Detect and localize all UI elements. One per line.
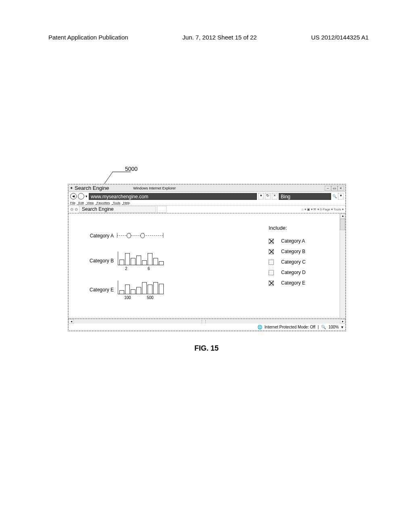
search-icon[interactable]: 🔍 xyxy=(332,194,337,198)
filter-label-e: Category E xyxy=(85,287,114,293)
reference-number: 5000 xyxy=(125,166,138,172)
checkbox-label-c: Category C xyxy=(281,259,306,265)
close-button[interactable]: × xyxy=(338,186,344,191)
browser-window: ✦ Search Engine Windows Internet Explore… xyxy=(68,184,346,331)
toolbar-text[interactable]: Page ▾ Tools ▾ xyxy=(323,208,344,211)
menu-bar: File Edit View Favorites Tools Help xyxy=(69,201,345,206)
include-heading: Include: xyxy=(269,225,341,231)
maximize-button[interactable]: ▭ xyxy=(331,186,338,191)
minimize-button[interactable]: – xyxy=(325,186,331,191)
dropdown-button[interactable]: ▾ xyxy=(258,193,264,200)
checkbox-e[interactable] xyxy=(269,281,274,286)
window-controls: – ▭ × xyxy=(325,186,344,191)
scroll-grip[interactable] xyxy=(202,320,206,323)
status-zoom[interactable]: 100% xyxy=(328,325,339,329)
page-icon: ✦ xyxy=(70,186,73,190)
slider-category-a[interactable] xyxy=(117,230,163,242)
new-tab-button[interactable] xyxy=(157,206,167,213)
bar-b-tick-1: 2 xyxy=(125,266,127,271)
include-item-e: Category E xyxy=(269,280,341,286)
url-input[interactable]: www.mysearchengine.com xyxy=(89,193,257,200)
filter-label-a: Category A xyxy=(85,233,114,239)
app-name: Windows Internet Explorer xyxy=(133,186,325,190)
bar-b-tick-2: 6 xyxy=(148,266,150,271)
leader-line xyxy=(104,172,131,185)
scroll-up-icon[interactable]: ▴ xyxy=(340,214,345,219)
title-bar: ✦ Search Engine Windows Internet Explore… xyxy=(69,185,345,192)
zoom-icon[interactable]: 🔍 xyxy=(321,325,326,329)
forward-button[interactable] xyxy=(78,193,84,200)
checkbox-label-e: Category E xyxy=(281,280,305,286)
figure-label: FIG. 15 xyxy=(0,344,413,353)
filter-row-a: Category A xyxy=(85,230,257,242)
menu-help[interactable]: Help xyxy=(123,201,130,205)
checkbox-label-a: Category A xyxy=(281,238,305,244)
search-dropdown[interactable]: ▾ xyxy=(338,193,344,200)
menu-file[interactable]: File xyxy=(70,201,75,205)
header-left: Patent Application Publication xyxy=(48,34,128,41)
status-bar: 🌐 Internet Protected Mode: Off | 🔍 100% … xyxy=(69,324,345,330)
header-center: Jun. 7, 2012 Sheet 15 of 22 xyxy=(182,34,257,41)
checkbox-a[interactable] xyxy=(269,239,274,244)
header-right: US 2012/0144325 A1 xyxy=(311,34,369,41)
checkbox-label-d: Category D xyxy=(281,270,306,275)
content-area: Category A Category B xyxy=(69,214,345,318)
feed-icon[interactable]: ▣ ▾ xyxy=(307,208,313,211)
back-button[interactable]: ◄ xyxy=(70,193,77,200)
status-divider: | xyxy=(318,325,319,329)
barchart-category-b[interactable]: 2 6 xyxy=(117,251,165,271)
bar-e-tick-2: 500 xyxy=(147,295,154,300)
favorites-icon[interactable]: ✩ xyxy=(70,207,73,212)
tab-label: Search Engine xyxy=(82,206,114,212)
horizontal-scrollbar[interactable]: ◂ ▸ xyxy=(69,318,345,324)
filter-row-e: Category E 100 500 xyxy=(85,280,257,300)
search-input[interactable]: Bing xyxy=(279,193,331,200)
zoom-dropdown-icon[interactable]: ▾ xyxy=(341,325,343,329)
vertical-scrollbar[interactable]: ▴ xyxy=(340,214,345,318)
checkbox-d[interactable] xyxy=(269,270,274,275)
include-item-a: Category A xyxy=(269,238,341,244)
bar-e-tick-1: 100 xyxy=(124,295,131,300)
scroll-right-icon[interactable]: ▸ xyxy=(340,319,345,324)
add-favorites-icon[interactable]: ✩ xyxy=(75,207,78,212)
scroll-left-icon[interactable]: ◂ xyxy=(69,319,74,324)
barchart-category-e[interactable]: 100 500 xyxy=(117,280,165,300)
slider-handle-low[interactable] xyxy=(127,233,131,238)
stop-button[interactable]: × xyxy=(272,193,277,200)
checkbox-label-b: Category B xyxy=(281,249,305,254)
print-icon[interactable]: ⎙ xyxy=(320,208,322,211)
include-item-d: Category D xyxy=(269,270,341,275)
menu-edit[interactable]: Edit xyxy=(78,201,84,205)
menu-tools[interactable]: Tools xyxy=(113,201,121,205)
filter-row-b: Category B 2 6 xyxy=(85,251,257,271)
window-title: Search Engine xyxy=(75,185,109,191)
refresh-button[interactable]: ↻ xyxy=(265,193,271,200)
checkbox-c[interactable] xyxy=(269,260,274,265)
mail-icon[interactable]: ✉ ▾ xyxy=(313,208,319,211)
checkbox-b[interactable] xyxy=(269,249,274,254)
status-mode: Internet Protected Mode: Off xyxy=(265,325,315,329)
include-item-c: Category C xyxy=(269,259,341,265)
left-panel: Category A Category B xyxy=(69,214,265,318)
slider-handle-high[interactable] xyxy=(140,233,145,238)
filter-label-b: Category B xyxy=(85,258,114,264)
menu-view[interactable]: View xyxy=(87,201,94,205)
tab-active[interactable]: Search Engine xyxy=(79,206,156,213)
toolbar-right: ⌂ ▾ ▣ ▾ ✉ ▾ ⎙ Page ▾ Tools ▾ xyxy=(168,208,344,211)
right-panel: Include: Category A Category B Category … xyxy=(265,214,345,318)
tabs-bar: ✩ ✩ Search Engine ⌂ ▾ ▣ ▾ ✉ ▾ ⎙ Page ▾ T… xyxy=(69,206,345,214)
include-item-b: Category B xyxy=(269,249,341,254)
home-icon[interactable]: ⌂ ▾ xyxy=(302,208,306,211)
dropdown-icon[interactable]: ▾ xyxy=(86,194,88,198)
address-bar: ◄ ▾ www.mysearchengine.com ▾ ↻ × Bing 🔍 … xyxy=(69,192,345,201)
zone-icon: 🌐 xyxy=(257,325,262,329)
scroll-thumb[interactable] xyxy=(340,219,345,230)
menu-favorites[interactable]: Favorites xyxy=(97,201,110,205)
